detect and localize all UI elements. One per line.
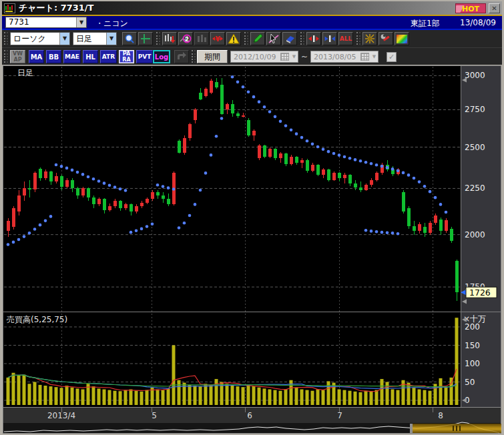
export-arrow-icon[interactable] xyxy=(174,50,189,63)
app-window: チャート: 7731/T HOT ✕ 7731 ▼ ・ニコン 東証1部 13/0… xyxy=(0,0,504,435)
svg-text:5: 5 xyxy=(152,411,157,420)
chart-export-icon[interactable] xyxy=(162,32,177,45)
svg-text:2250: 2250 xyxy=(465,183,485,193)
ticker-combobox[interactable]: 7731 ▼ xyxy=(5,17,87,28)
navigator-grip-icon xyxy=(453,426,454,431)
navigator-grip-icon xyxy=(459,426,461,431)
toolbar-grip[interactable] xyxy=(356,32,360,45)
period-button[interactable]: 期間 xyxy=(197,50,228,63)
chevron-down-icon[interactable]: ▼ xyxy=(370,54,378,59)
svg-text:100: 100 xyxy=(465,359,480,368)
app-chart-icon xyxy=(4,3,15,13)
chevron-down-icon[interactable]: ▼ xyxy=(106,33,116,45)
navigator-grip-icon xyxy=(456,426,457,431)
timeframe-select[interactable]: 日足 ▼ xyxy=(73,32,117,45)
toolbar-grip[interactable] xyxy=(300,32,304,45)
window-title: チャート: 7731/T xyxy=(19,2,93,14)
ticker-input[interactable]: 7731 xyxy=(6,17,76,27)
pane1-label: 日足 xyxy=(17,68,33,77)
calendar-icon xyxy=(280,53,289,61)
svg-text:6: 6 xyxy=(247,411,252,420)
chevron-down-icon[interactable]: ▼ xyxy=(290,54,298,59)
gold-pattern-icon[interactable] xyxy=(362,32,377,45)
indicator-mae-button[interactable]: MAE xyxy=(63,50,81,63)
rainbow-swatch xyxy=(397,35,407,43)
eraser-icon[interactable] xyxy=(282,32,297,45)
chart-type-select[interactable]: ローソク ▼ xyxy=(10,32,70,45)
toolbar-grip[interactable] xyxy=(156,32,160,45)
expand-bars-icon[interactable] xyxy=(306,32,321,45)
title-bar[interactable]: チャート: 7731/T HOT ✕ xyxy=(2,1,502,15)
compare-icon[interactable]: 2 xyxy=(178,32,193,45)
wrench-icon[interactable] xyxy=(379,32,393,45)
hot-button[interactable]: HOT xyxy=(455,3,486,13)
svg-text:8: 8 xyxy=(438,411,443,420)
colors-icon[interactable] xyxy=(395,32,409,45)
indicator-pvt-button[interactable]: PVT xyxy=(136,50,153,63)
price-volume-chart: 300027502500225020001750200150100500×十万日… xyxy=(3,65,501,434)
chevron-down-icon[interactable]: ▼ xyxy=(59,33,69,45)
svg-text:50: 50 xyxy=(465,378,475,387)
indicator-ma-button[interactable]: MA xyxy=(29,50,44,63)
alert-icon[interactable] xyxy=(226,32,241,45)
svg-text:7: 7 xyxy=(337,411,342,420)
select-arrow-icon[interactable] xyxy=(266,32,281,45)
period-checkbox[interactable]: ✓ xyxy=(387,52,397,62)
log-scale-button[interactable]: Log xyxy=(153,50,170,63)
svg-text:2000: 2000 xyxy=(465,230,485,240)
pane2-label: 売買高(5,25,75) xyxy=(7,315,67,324)
svg-text:200: 200 xyxy=(465,322,480,332)
bars-icon[interactable] xyxy=(194,32,209,45)
chart-canvas[interactable]: 300027502500225020001750200150100500×十万日… xyxy=(3,65,501,434)
svg-text:2500: 2500 xyxy=(465,143,485,152)
toolbar-grip[interactable] xyxy=(244,32,248,45)
show-all-button[interactable]: ALL xyxy=(338,32,353,45)
range-separator: ~ xyxy=(301,52,308,61)
date-from-field[interactable]: 2012/10/09 ▼ xyxy=(230,51,298,63)
indicator-vwap-button[interactable]: VWAP xyxy=(10,50,25,63)
last-price-marker: 1726 xyxy=(461,287,497,298)
pencil-icon[interactable] xyxy=(250,32,265,45)
indicator-atr-button[interactable]: ATR xyxy=(100,50,117,63)
zoom-icon[interactable] xyxy=(122,32,137,45)
toolbar-indicators: VWAP MA BB MAE HL ATR PARA PVT Log 期間 20… xyxy=(2,47,502,65)
date-to-field[interactable]: 2013/08/05 ▼ xyxy=(310,51,379,63)
crosshair-icon[interactable] xyxy=(138,32,153,45)
shrink-bars-icon[interactable] xyxy=(322,32,337,45)
close-icon[interactable]: ✕ xyxy=(489,3,500,13)
svg-text:×十万: ×十万 xyxy=(463,314,486,324)
indicator-para-button[interactable]: PARA xyxy=(119,50,134,63)
indicator-hl-button[interactable]: HL xyxy=(83,50,98,63)
navigator-handle xyxy=(410,424,413,433)
calendar-icon xyxy=(360,53,369,61)
svg-text:3000: 3000 xyxy=(465,71,485,80)
chevron-down-icon[interactable]: ▼ xyxy=(76,17,86,27)
quote-date: 13/08/09 xyxy=(460,18,496,27)
toolbar-grip[interactable] xyxy=(4,32,8,45)
indicator-bb-button[interactable]: BB xyxy=(46,50,61,63)
svg-text:2: 2 xyxy=(185,36,189,43)
svg-text:1726: 1726 xyxy=(469,288,491,298)
toolbar-grip[interactable] xyxy=(4,50,8,63)
toolbar-main: ローソク ▼ 日足 ▼ 2 ¥ xyxy=(2,30,502,47)
toolbar-grip[interactable] xyxy=(192,50,196,63)
info-bar: 7731 ▼ ・ニコン 東証1部 13/08/09 xyxy=(2,16,502,30)
svg-text:2750: 2750 xyxy=(465,105,485,114)
svg-text:150: 150 xyxy=(465,341,480,350)
price-scale-icon[interactable]: ¥ xyxy=(210,32,225,45)
svg-text:¥: ¥ xyxy=(215,35,220,43)
stock-name: ・ニコン xyxy=(95,18,128,29)
market-section: 東証1部 xyxy=(411,18,440,29)
svg-text:2013/4: 2013/4 xyxy=(47,411,75,420)
